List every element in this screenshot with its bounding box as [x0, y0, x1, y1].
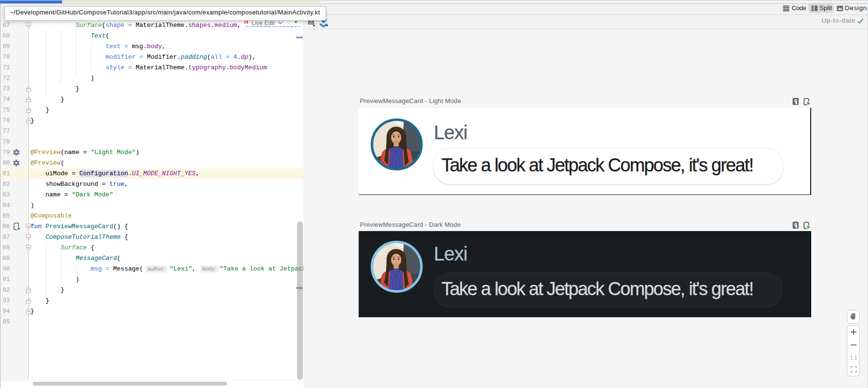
svg-text:1:1: 1:1	[850, 354, 857, 360]
